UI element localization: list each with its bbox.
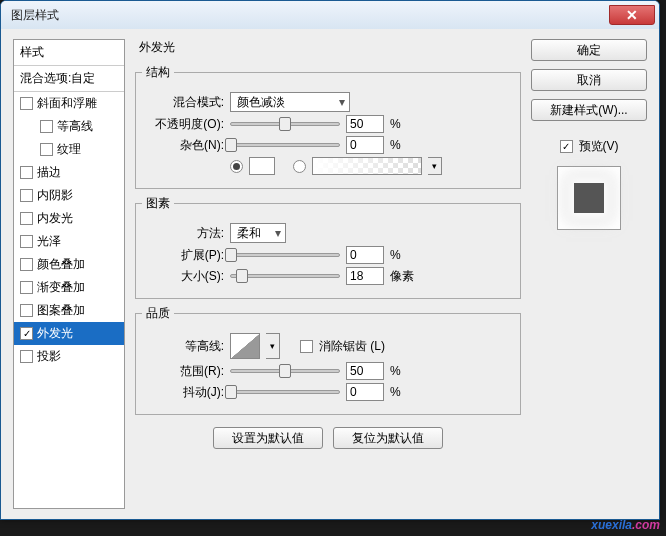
- spread-label: 扩展(P):: [142, 247, 224, 264]
- style-checkbox[interactable]: [20, 304, 33, 317]
- style-checkbox[interactable]: [20, 235, 33, 248]
- opacity-label: 不透明度(O):: [142, 116, 224, 133]
- blend-mode-select[interactable]: 颜色减淡: [230, 92, 350, 112]
- style-checkbox[interactable]: [20, 350, 33, 363]
- reset-default-button[interactable]: 复位为默认值: [333, 427, 443, 449]
- style-item-描边[interactable]: 描边: [14, 161, 124, 184]
- style-checkbox[interactable]: [20, 166, 33, 179]
- slider-knob[interactable]: [236, 269, 248, 283]
- titlebar[interactable]: 图层样式 ✕: [1, 1, 659, 29]
- preview-checkbox[interactable]: [560, 140, 573, 153]
- layer-style-dialog: 图层样式 ✕ 样式 混合选项:自定 斜面和浮雕等高线纹理描边内阴影内发光光泽颜色…: [0, 0, 660, 520]
- quality-legend: 品质: [142, 305, 174, 322]
- style-checkbox[interactable]: [40, 143, 53, 156]
- style-item-label: 图案叠加: [37, 302, 85, 319]
- spread-unit: %: [390, 248, 420, 262]
- style-checkbox[interactable]: [20, 97, 33, 110]
- ok-button[interactable]: 确定: [531, 39, 647, 61]
- quality-group: 品质 等高线: ▾ 消除锯齿 (L) 范围(R): 50 % 抖动(J):: [135, 305, 521, 415]
- color-swatch[interactable]: [249, 157, 275, 175]
- style-item-投影[interactable]: 投影: [14, 345, 124, 368]
- method-select[interactable]: 柔和: [230, 223, 286, 243]
- style-checkbox[interactable]: [20, 212, 33, 225]
- structure-group: 结构 混合模式: 颜色减淡 不透明度(O): 50 % 杂色(N): 0 %: [135, 64, 521, 189]
- watermark: xuexila.com: [591, 513, 660, 534]
- style-checkbox[interactable]: [20, 189, 33, 202]
- preview-label: 预览(V): [579, 138, 619, 155]
- style-checkbox[interactable]: [20, 327, 33, 340]
- make-default-button[interactable]: 设置为默认值: [213, 427, 323, 449]
- outer-glow-settings: 外发光 结构 混合模式: 颜色减淡 不透明度(O): 50 % 杂色(N): 0: [135, 39, 521, 509]
- contour-picker[interactable]: [230, 333, 260, 359]
- style-item-光泽[interactable]: 光泽: [14, 230, 124, 253]
- contour-dropdown-arrow[interactable]: ▾: [266, 333, 280, 359]
- gradient-dropdown-arrow[interactable]: ▾: [428, 157, 442, 175]
- style-item-label: 纹理: [57, 141, 81, 158]
- contour-label: 等高线:: [142, 338, 224, 355]
- color-radio[interactable]: [230, 160, 243, 173]
- style-checkbox[interactable]: [20, 258, 33, 271]
- styles-panel: 样式 混合选项:自定 斜面和浮雕等高线纹理描边内阴影内发光光泽颜色叠加渐变叠加图…: [13, 39, 125, 509]
- slider-knob[interactable]: [279, 117, 291, 131]
- style-checkbox[interactable]: [40, 120, 53, 133]
- range-slider[interactable]: [230, 369, 340, 373]
- style-item-label: 颜色叠加: [37, 256, 85, 273]
- style-item-label: 等高线: [57, 118, 93, 135]
- elements-legend: 图素: [142, 195, 174, 212]
- jitter-unit: %: [390, 385, 420, 399]
- style-item-图案叠加[interactable]: 图案叠加: [14, 299, 124, 322]
- style-item-斜面和浮雕[interactable]: 斜面和浮雕: [14, 92, 124, 115]
- slider-knob[interactable]: [279, 364, 291, 378]
- size-input[interactable]: 18: [346, 267, 384, 285]
- structure-legend: 结构: [142, 64, 174, 81]
- slider-knob[interactable]: [225, 138, 237, 152]
- size-label: 大小(S):: [142, 268, 224, 285]
- style-item-外发光[interactable]: 外发光: [14, 322, 124, 345]
- blending-options-item[interactable]: 混合选项:自定: [14, 66, 124, 92]
- cancel-button[interactable]: 取消: [531, 69, 647, 91]
- action-column: 确定 取消 新建样式(W)... 预览(V): [531, 39, 647, 509]
- jitter-label: 抖动(J):: [142, 384, 224, 401]
- slider-knob[interactable]: [225, 385, 237, 399]
- style-item-label: 斜面和浮雕: [37, 95, 97, 112]
- noise-slider[interactable]: [230, 143, 340, 147]
- spread-input[interactable]: 0: [346, 246, 384, 264]
- preview-thumbnail: [557, 166, 621, 230]
- window-title: 图层样式: [11, 7, 59, 24]
- blend-mode-label: 混合模式:: [142, 94, 224, 111]
- style-item-渐变叠加[interactable]: 渐变叠加: [14, 276, 124, 299]
- opacity-input[interactable]: 50: [346, 115, 384, 133]
- opacity-unit: %: [390, 117, 420, 131]
- preview-sample: [574, 183, 604, 213]
- gradient-swatch[interactable]: [312, 157, 422, 175]
- style-checkbox[interactable]: [20, 281, 33, 294]
- style-item-等高线[interactable]: 等高线: [14, 115, 124, 138]
- style-item-内阴影[interactable]: 内阴影: [14, 184, 124, 207]
- style-item-label: 外发光: [37, 325, 73, 342]
- jitter-slider[interactable]: [230, 390, 340, 394]
- gradient-radio[interactable]: [293, 160, 306, 173]
- jitter-input[interactable]: 0: [346, 383, 384, 401]
- style-item-label: 内发光: [37, 210, 73, 227]
- size-slider[interactable]: [230, 274, 340, 278]
- range-unit: %: [390, 364, 420, 378]
- style-item-颜色叠加[interactable]: 颜色叠加: [14, 253, 124, 276]
- noise-label: 杂色(N):: [142, 137, 224, 154]
- style-item-label: 内阴影: [37, 187, 73, 204]
- method-label: 方法:: [142, 225, 224, 242]
- styles-header: 样式: [14, 40, 124, 66]
- noise-input[interactable]: 0: [346, 136, 384, 154]
- antialias-label: 消除锯齿 (L): [319, 338, 385, 355]
- range-input[interactable]: 50: [346, 362, 384, 380]
- style-item-内发光[interactable]: 内发光: [14, 207, 124, 230]
- style-item-纹理[interactable]: 纹理: [14, 138, 124, 161]
- opacity-slider[interactable]: [230, 122, 340, 126]
- slider-knob[interactable]: [225, 248, 237, 262]
- close-button[interactable]: ✕: [609, 5, 655, 25]
- antialias-checkbox[interactable]: [300, 340, 313, 353]
- spread-slider[interactable]: [230, 253, 340, 257]
- new-style-button[interactable]: 新建样式(W)...: [531, 99, 647, 121]
- style-item-label: 投影: [37, 348, 61, 365]
- panel-title: 外发光: [135, 39, 521, 58]
- elements-group: 图素 方法: 柔和 扩展(P): 0 % 大小(S): 18 像素: [135, 195, 521, 299]
